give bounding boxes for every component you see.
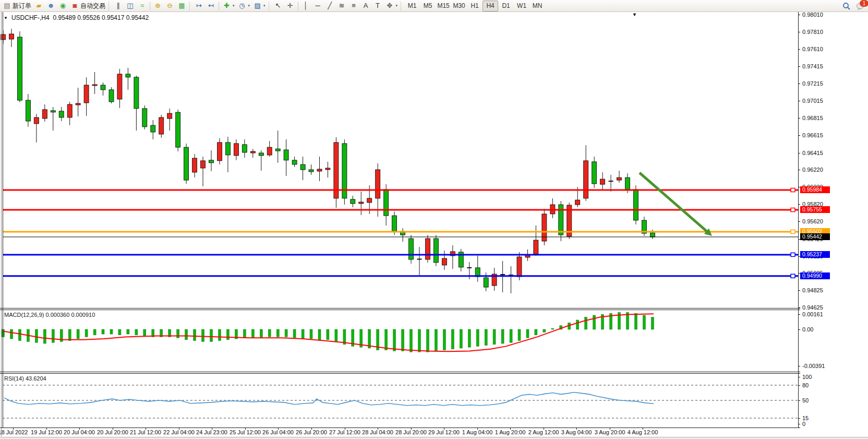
toolbar-drag-handle[interactable] xyxy=(401,2,403,10)
period-h4-button[interactable]: H4 xyxy=(483,1,498,11)
period-d1-button[interactable]: D1 xyxy=(498,1,514,11)
rsi-pane[interactable] xyxy=(0,374,800,428)
arrows-tool-button[interactable]: ✥▾ xyxy=(384,1,400,11)
toolbar-periods: M1M5M15M30H1H4D1W1MN xyxy=(404,1,545,11)
pane-separator[interactable] xyxy=(0,372,800,372)
line-chart-mode-button[interactable]: ≈ xyxy=(136,1,148,11)
indicator-tick-label: 100 xyxy=(802,374,812,380)
pane-separator[interactable] xyxy=(0,308,800,309)
price-tick xyxy=(798,153,800,153)
signals-button[interactable]: ◉ xyxy=(57,1,69,11)
chart-shift-icon: ↤ xyxy=(207,2,215,10)
fibonacci-tool-button[interactable]: ≡ xyxy=(348,1,360,11)
dropdown-caret-icon[interactable]: ▾ xyxy=(396,4,398,8)
trendline-tool-button[interactable]: ╱ xyxy=(324,1,336,11)
indicators-button[interactable]: ✚▾ xyxy=(221,1,236,11)
price-line-label[interactable]: 0.95237 xyxy=(800,251,830,258)
line-icon: ≈ xyxy=(138,2,147,10)
arrows-icon: ✥ xyxy=(385,2,394,10)
indicator-tick-label: 0.00 xyxy=(802,326,813,333)
trend-arrow[interactable] xyxy=(640,173,712,236)
price-line-label[interactable]: 0.94990 xyxy=(800,272,830,279)
price-chart[interactable] xyxy=(0,12,800,307)
cursor-tool-button[interactable]: ↖ xyxy=(272,1,284,11)
price-line-label[interactable]: 0.95442 xyxy=(800,233,830,240)
period-m5-button[interactable]: M5 xyxy=(420,1,436,11)
price-tick-label: 0.97810 xyxy=(802,29,823,35)
tile-windows-button[interactable]: ▦ xyxy=(176,1,188,11)
toolbar-drag-handle[interactable] xyxy=(269,2,271,10)
label-icon: T xyxy=(373,2,382,10)
time-tick-label: 22 Jul 04:00 xyxy=(163,429,195,435)
toolbar-buttons: ▤新订单▰☻◉◙自动交易∥◫≈⊕⊖▦↦↤✚▾◷▾▨▾↖✛│─╱≋≡AT✥▾ xyxy=(1,1,404,11)
templates-button[interactable]: ▨▾ xyxy=(251,1,267,11)
price-tick-label: 0.96415 xyxy=(802,150,823,156)
vertical-line-tool-button[interactable]: │ xyxy=(300,1,312,11)
pane-separator[interactable] xyxy=(0,373,800,374)
collapse-triangle-icon[interactable]: ▼ xyxy=(4,16,8,20)
equidistant-channel-tool-button[interactable]: ≋ xyxy=(336,1,348,11)
period-m30-button[interactable]: M30 xyxy=(451,1,467,11)
toolbar-drag-handle[interactable] xyxy=(189,2,191,10)
search-icon[interactable] xyxy=(842,2,851,10)
price-tick xyxy=(798,84,800,84)
price-tick xyxy=(798,307,800,308)
price-tick-label: 0.97415 xyxy=(802,63,823,69)
indicator-tick xyxy=(798,329,800,330)
time-tick-label: 20 Jul 20:00 xyxy=(97,429,128,435)
candle-chart-mode-button[interactable]: ◫ xyxy=(124,1,136,11)
chart-title: ▼ USDCHF-,H4 0.95489 0.95526 0.95417 0.9… xyxy=(4,14,149,21)
periods-menu-button[interactable]: ◷▾ xyxy=(236,1,252,11)
period-h1-button[interactable]: H1 xyxy=(467,1,483,11)
toolbar: ▤新订单▰☻◉◙自动交易∥◫≈⊕⊖▦↦↤✚▾◷▾▨▾↖✛│─╱≋≡AT✥▾ M1… xyxy=(0,0,868,12)
macd-histogram xyxy=(2,313,654,352)
zoom-out-button[interactable]: ⊖ xyxy=(164,1,176,11)
chat-icon[interactable]: 1 xyxy=(856,2,865,10)
time-tick-label: 1 Aug 20:00 xyxy=(495,429,526,435)
chart-shift-button[interactable]: ↤ xyxy=(205,1,217,11)
vline-icon: │ xyxy=(302,2,310,10)
time-tick-label: 28 Jul 04:00 xyxy=(362,429,393,435)
new-order-button[interactable]: ▤新订单 xyxy=(1,1,33,11)
charts-book-button[interactable]: ▰ xyxy=(33,1,45,11)
zoom-in-button[interactable]: ⊕ xyxy=(152,1,164,11)
period-mn-button[interactable]: MN xyxy=(529,1,545,11)
dropdown-caret-icon[interactable]: ▾ xyxy=(233,4,235,8)
dropdown-caret-icon[interactable]: ▾ xyxy=(263,4,266,8)
price-tick xyxy=(798,135,800,136)
candles-layer xyxy=(1,29,655,293)
chart-shift-marker-icon[interactable]: ▼ xyxy=(632,12,637,17)
text-label-tool-button[interactable]: T xyxy=(372,1,384,11)
price-tick-label: 0.94825 xyxy=(802,287,823,293)
tile-icon: ▦ xyxy=(177,2,186,10)
text-tool-button[interactable]: A xyxy=(360,1,372,11)
price-tick xyxy=(798,290,800,291)
toolbar-drag-handle[interactable] xyxy=(108,2,111,10)
zoom-in-icon: ⊕ xyxy=(153,2,162,10)
price-axis-border[interactable] xyxy=(798,12,799,428)
market-profile-button[interactable]: ☻ xyxy=(45,1,57,11)
price-line-label[interactable]: 0.95984 xyxy=(800,186,830,193)
macd-pane[interactable] xyxy=(0,310,800,371)
time-tick-label: 1 Aug 04:00 xyxy=(462,429,493,435)
time-tick-label: 27 Jul 12:00 xyxy=(329,429,360,435)
auto-scroll-button[interactable]: ↦ xyxy=(193,1,205,11)
price-tick xyxy=(798,15,800,15)
chart-left-border xyxy=(3,12,3,428)
price-tick-label: 0.98010 xyxy=(802,11,823,18)
price-line-label[interactable]: 0.95755 xyxy=(800,206,830,213)
period-m15-button[interactable]: M15 xyxy=(436,1,451,11)
period-m1-button[interactable]: M1 xyxy=(404,1,420,11)
period-w1-button[interactable]: W1 xyxy=(514,1,529,11)
rsi-label: RSI(14) 43.6204 xyxy=(4,375,46,382)
new-order-icon: ▤ xyxy=(3,2,11,10)
bar-chart-mode-button[interactable]: ∥ xyxy=(112,1,124,11)
auto-trading-button[interactable]: ◙自动交易 xyxy=(69,1,107,11)
dropdown-caret-icon[interactable]: ▾ xyxy=(248,4,250,8)
horizontal-line-tool-button[interactable]: ─ xyxy=(312,1,324,11)
time-tick-label: 26 Jul 20:00 xyxy=(296,429,327,435)
time-tick-label: 26 Jul 04:00 xyxy=(262,429,294,435)
pane-separator[interactable] xyxy=(0,310,800,310)
price-tick xyxy=(798,32,800,32)
crosshair-tool-button[interactable]: ✛ xyxy=(284,1,296,11)
